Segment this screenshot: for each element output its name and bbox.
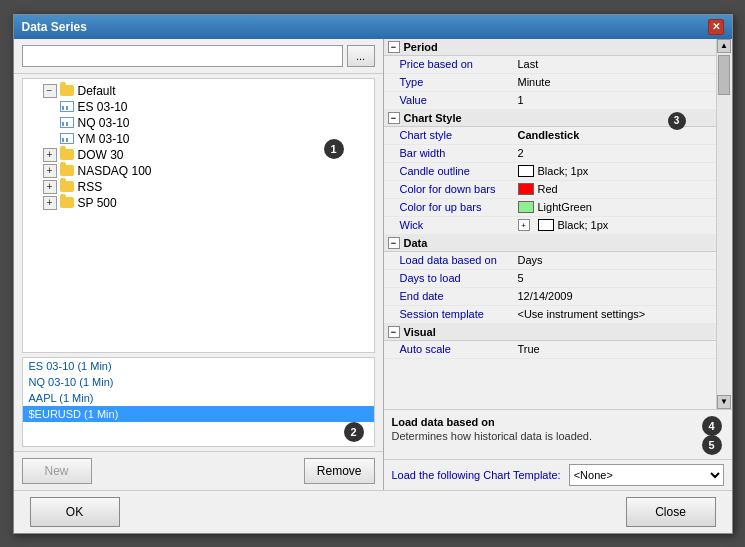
scroll-thumb[interactable] — [718, 55, 730, 95]
badge-5: 5 — [702, 435, 722, 455]
tree-item-rss[interactable]: + RSS — [27, 179, 370, 195]
chart-style-section: − Chart Style 3 — [384, 110, 716, 127]
wick-swatch — [538, 219, 554, 231]
chart-style-value: Candlestick — [514, 127, 716, 144]
days-to-load-value: 5 — [514, 270, 716, 287]
tree-item-nq0310[interactable]: NQ 03-10 — [27, 115, 370, 131]
data-toggle[interactable]: − — [388, 237, 400, 249]
template-row: Load the following Chart Template: <None… — [384, 459, 732, 490]
visual-toggle[interactable]: − — [388, 326, 400, 338]
tree-label-dow30: DOW 30 — [78, 148, 124, 162]
badge-1: 1 — [324, 139, 344, 159]
wick-value: + Black; 1px — [514, 217, 716, 234]
prop-candle-outline: Candle outline Black; 1px — [384, 163, 716, 181]
chart-style-name-label: Chart style — [384, 127, 514, 144]
color-down-value: Red — [514, 181, 716, 198]
scrollbar[interactable]: ▲ ▼ — [716, 39, 732, 409]
search-input[interactable] — [22, 45, 343, 67]
visual-label: Visual — [404, 326, 436, 338]
tree-panel[interactable]: − Default ES 03-10 NQ 03-10 YM 03-1 — [22, 78, 375, 353]
prop-color-down: Color for down bars Red — [384, 181, 716, 199]
new-button[interactable]: New — [22, 458, 92, 484]
close-icon[interactable]: ✕ — [708, 19, 724, 35]
right-panel: − Period Price based on Last Type Minute… — [384, 39, 732, 490]
chart-style-label: Chart Style — [404, 112, 462, 124]
list-item-nq0310-1min[interactable]: NQ 03-10 (1 Min) — [23, 374, 374, 390]
tree-label-rss: RSS — [78, 180, 103, 194]
search-bar: ... — [14, 39, 383, 74]
list-item-aapl-1min[interactable]: AAPL (1 Min) — [23, 390, 374, 406]
badge-3: 3 — [668, 112, 686, 130]
tree-item-ym0310[interactable]: YM 03-10 — [27, 131, 370, 147]
ok-button[interactable]: OK — [30, 497, 120, 527]
dialog-footer: OK Close — [14, 490, 732, 533]
chart-icon-ym0310 — [59, 132, 75, 146]
folder-icon-dow30 — [59, 148, 75, 162]
price-based-on-label: Price based on — [384, 56, 514, 73]
visual-section: − Visual — [384, 324, 716, 341]
tree-item-nasdaq100[interactable]: + NASDAQ 100 — [27, 163, 370, 179]
chart-icon-nq0310 — [59, 116, 75, 130]
expand-icon-default[interactable]: − — [43, 84, 57, 98]
tree-label-nq0310: NQ 03-10 — [78, 116, 130, 130]
value-label: Value — [384, 92, 514, 109]
prop-session-template: Session template <Use instrument setting… — [384, 306, 716, 324]
end-date-label: End date — [384, 288, 514, 305]
expand-icon-dow30[interactable]: + — [43, 148, 57, 162]
tree-item-es0310[interactable]: ES 03-10 — [27, 99, 370, 115]
color-down-label: Color for down bars — [384, 181, 514, 198]
prop-chart-style: Chart style Candlestick — [384, 127, 716, 145]
scrollbar-area: − Period Price based on Last Type Minute… — [384, 39, 732, 409]
tree-item-sp500[interactable]: + SP 500 — [27, 195, 370, 211]
scroll-down-arrow[interactable]: ▼ — [717, 395, 731, 409]
type-value: Minute — [514, 74, 716, 91]
footer-close-button[interactable]: Close — [626, 497, 716, 527]
tree-item-dow30[interactable]: + DOW 30 — [27, 147, 370, 163]
remove-button[interactable]: Remove — [304, 458, 375, 484]
prop-price-based-on: Price based on Last — [384, 56, 716, 74]
list-item-eurusd-1min[interactable]: $EURUSD (1 Min) — [23, 406, 374, 422]
candle-outline-swatch — [518, 165, 534, 177]
chart-icon-es0310 — [59, 100, 75, 114]
end-date-value: 12/14/2009 — [514, 288, 716, 305]
tree-label-default: Default — [78, 84, 116, 98]
period-label: Period — [404, 41, 438, 53]
search-button[interactable]: ... — [347, 45, 375, 67]
price-based-on-value: Last — [514, 56, 716, 73]
period-toggle[interactable]: − — [388, 41, 400, 53]
list-item-es0310-1min[interactable]: ES 03-10 (1 Min) — [23, 358, 374, 374]
wick-toggle[interactable]: + — [518, 219, 530, 231]
folder-icon-sp500 — [59, 196, 75, 210]
tree-label-ym0310: YM 03-10 — [78, 132, 130, 146]
auto-scale-value: True — [514, 341, 716, 358]
expand-icon-sp500[interactable]: + — [43, 196, 57, 210]
value-value: 1 — [514, 92, 716, 109]
prop-days-to-load: Days to load 5 — [384, 270, 716, 288]
load-data-label: Load data based on — [384, 252, 514, 269]
wick-label: Wick — [384, 217, 514, 234]
prop-type: Type Minute — [384, 74, 716, 92]
prop-bar-width: Bar width 2 — [384, 145, 716, 163]
scroll-up-arrow[interactable]: ▲ — [717, 39, 731, 53]
prop-load-data: Load data based on Days — [384, 252, 716, 270]
candle-outline-label: Candle outline — [384, 163, 514, 180]
desc-title: Load data based on — [392, 416, 724, 428]
color-down-swatch — [518, 183, 534, 195]
template-select[interactable]: <None> — [569, 464, 724, 486]
folder-icon-nasdaq100 — [59, 164, 75, 178]
data-section: − Data — [384, 235, 716, 252]
prop-value: Value 1 — [384, 92, 716, 110]
left-panel: ... − Default ES 03-10 NQ 03-10 — [14, 39, 384, 490]
data-label: Data — [404, 237, 428, 249]
data-series-dialog: Data Series ✕ ... − Default ES 03-10 — [13, 14, 733, 534]
expand-icon-rss[interactable]: + — [43, 180, 57, 194]
title-bar: Data Series ✕ — [14, 15, 732, 39]
list-panel[interactable]: ES 03-10 (1 Min) NQ 03-10 (1 Min) AAPL (… — [22, 357, 375, 447]
chart-style-toggle[interactable]: − — [388, 112, 400, 124]
auto-scale-label: Auto scale — [384, 341, 514, 358]
badge-4: 4 — [702, 416, 722, 436]
color-up-value: LightGreen — [514, 199, 716, 216]
expand-icon-nasdaq100[interactable]: + — [43, 164, 57, 178]
tree-item-default[interactable]: − Default — [27, 83, 370, 99]
prop-wick: Wick + Black; 1px — [384, 217, 716, 235]
